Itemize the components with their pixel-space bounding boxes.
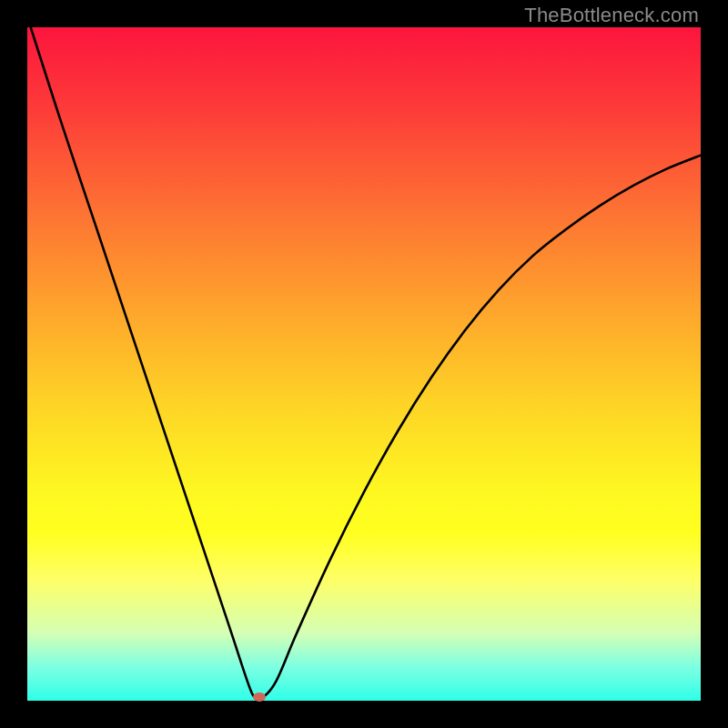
plot-frame (27, 27, 701, 701)
watermark-text: TheBottleneck.com (524, 4, 699, 27)
bottleneck-curve (31, 27, 701, 699)
plot-curve-layer (27, 27, 701, 701)
